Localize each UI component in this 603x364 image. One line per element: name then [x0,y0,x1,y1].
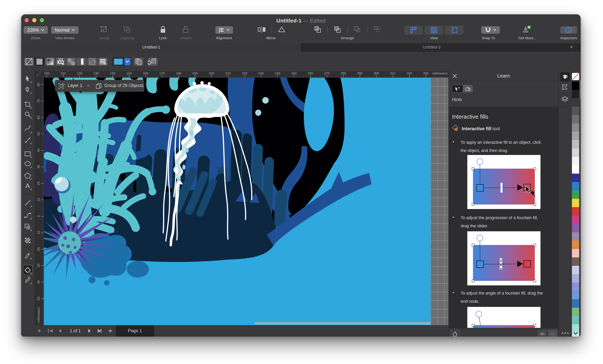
svg-text:130: 130 [93,72,99,75]
svg-text:40: 40 [37,149,40,152]
svg-text:170: 170 [159,72,165,75]
svg-text:240: 240 [275,72,280,75]
svg-text:30: 30 [37,264,40,267]
svg-text:290: 290 [357,72,362,75]
svg-text:0: 0 [37,215,40,217]
svg-text:310: 310 [390,72,395,75]
svg-text:70: 70 [37,99,40,103]
svg-text:120: 120 [77,72,82,75]
svg-text:260: 260 [308,72,313,75]
svg-text:300: 300 [374,72,379,75]
svg-text:50: 50 [37,297,40,300]
svg-text:10: 10 [37,198,40,202]
svg-text:180: 180 [176,72,181,75]
svg-text:60: 60 [37,116,40,119]
svg-text:millimeters: millimeters [432,72,448,75]
svg-text:10: 10 [37,231,40,234]
svg-text:330: 330 [423,72,429,75]
svg-text:220: 220 [242,72,247,75]
svg-text:1 of 1: 1 of 1 [70,328,81,333]
svg-text:30: 30 [37,165,40,169]
svg-text:80: 80 [37,83,40,87]
svg-text:110: 110 [60,72,66,75]
svg-text:150: 150 [126,72,132,75]
svg-text:A: A [25,182,30,189]
svg-text:210: 210 [225,72,231,75]
svg-text:100: 100 [44,72,49,75]
svg-text:160: 160 [143,72,148,75]
svg-text:280: 280 [341,72,346,75]
svg-text:20: 20 [37,247,40,251]
svg-text:190: 190 [192,72,198,75]
svg-text:250: 250 [291,72,297,75]
svg-text:PS: PS [104,63,106,65]
svg-text:270: 270 [324,72,329,75]
svg-text:230: 230 [258,72,264,75]
svg-text:20: 20 [37,182,40,185]
svg-text:40: 40 [37,280,40,284]
svg-text:320: 320 [407,72,412,75]
svg-text:millimeters: millimeters [37,307,40,322]
svg-text:?: ? [458,87,460,90]
svg-text:140: 140 [110,72,115,75]
svg-text:50: 50 [37,132,40,136]
svg-text:200: 200 [209,72,214,75]
